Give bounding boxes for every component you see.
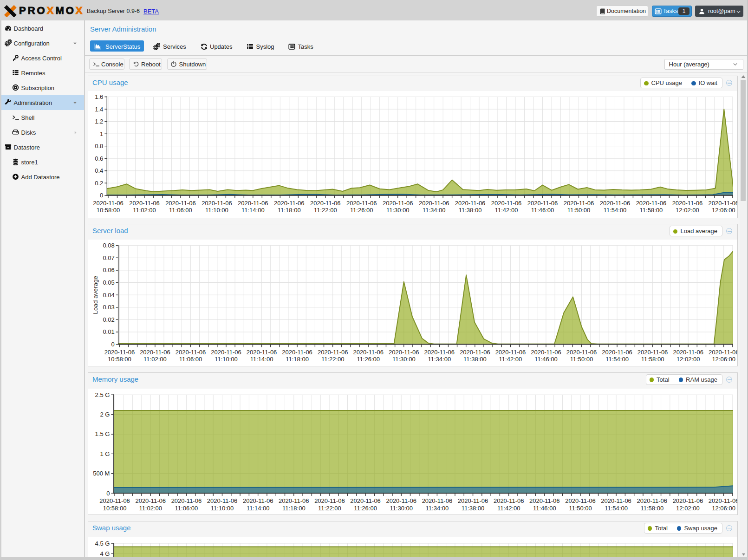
svg-text:11:02:00: 11:02:00 xyxy=(143,356,167,363)
svg-text:2020-11-06: 2020-11-06 xyxy=(353,349,384,356)
svg-text:2020-11-06: 2020-11-06 xyxy=(238,199,268,206)
svg-text:0.06: 0.06 xyxy=(103,267,114,273)
svg-text:11:14:00: 11:14:00 xyxy=(241,207,265,214)
svg-text:2020-11-06: 2020-11-06 xyxy=(495,349,526,356)
svg-text:0.2: 0.2 xyxy=(95,179,103,186)
svg-text:2020-11-06: 2020-11-06 xyxy=(243,497,273,504)
svg-text:0.07: 0.07 xyxy=(103,254,114,261)
svg-text:11:46:00: 11:46:00 xyxy=(534,356,558,363)
svg-text:2020-11-06: 2020-11-06 xyxy=(104,349,135,356)
svg-text:11:58:00: 11:58:00 xyxy=(641,356,664,363)
svg-text:2020-11-06: 2020-11-06 xyxy=(709,349,737,356)
svg-text:11:38:00: 11:38:00 xyxy=(462,504,485,511)
svg-text:11:26:00: 11:26:00 xyxy=(354,504,377,511)
svg-text:2020-11-06: 2020-11-06 xyxy=(389,349,419,356)
svg-text:2020-11-06: 2020-11-06 xyxy=(422,497,453,504)
svg-text:2020-11-06: 2020-11-06 xyxy=(135,497,166,504)
svg-text:2020-11-06: 2020-11-06 xyxy=(564,199,594,206)
svg-text:2020-11-06: 2020-11-06 xyxy=(494,497,524,504)
svg-text:2020-11-06: 2020-11-06 xyxy=(318,349,348,356)
svg-text:2020-11-06: 2020-11-06 xyxy=(527,199,558,206)
svg-text:2020-11-06: 2020-11-06 xyxy=(346,199,377,206)
svg-text:11:30:00: 11:30:00 xyxy=(392,356,416,363)
svg-text:2020-11-06: 2020-11-06 xyxy=(602,349,632,356)
svg-text:Load average: Load average xyxy=(92,276,99,314)
svg-text:11:34:00: 11:34:00 xyxy=(426,504,449,511)
svg-text:0: 0 xyxy=(106,489,110,496)
svg-text:2020-11-06: 2020-11-06 xyxy=(314,497,345,504)
svg-text:11:38:00: 11:38:00 xyxy=(459,207,482,214)
svg-text:500 M: 500 M xyxy=(93,470,110,477)
svg-text:11:42:00: 11:42:00 xyxy=(499,356,522,363)
svg-text:1.6: 1.6 xyxy=(95,93,103,100)
svg-text:1.5 G: 1.5 G xyxy=(95,430,110,437)
svg-text:10:58:00: 10:58:00 xyxy=(108,356,131,363)
svg-text:11:18:00: 11:18:00 xyxy=(286,356,309,363)
svg-text:11:46:00: 11:46:00 xyxy=(533,504,556,511)
svg-text:2020-11-06: 2020-11-06 xyxy=(171,497,202,504)
svg-text:2020-11-06: 2020-11-06 xyxy=(601,497,631,504)
svg-text:2020-11-06: 2020-11-06 xyxy=(247,349,277,356)
svg-text:2020-11-06: 2020-11-06 xyxy=(99,497,130,504)
svg-text:12:02:00: 12:02:00 xyxy=(676,207,699,214)
svg-text:11:18:00: 11:18:00 xyxy=(278,207,301,214)
svg-text:2020-11-06: 2020-11-06 xyxy=(566,349,597,356)
svg-text:2020-11-06: 2020-11-06 xyxy=(600,199,631,206)
svg-text:4 G: 4 G xyxy=(100,550,110,557)
svg-text:2020-11-06: 2020-11-06 xyxy=(419,199,449,206)
svg-text:2020-11-06: 2020-11-06 xyxy=(673,497,703,504)
svg-text:2020-11-06: 2020-11-06 xyxy=(637,497,668,504)
svg-text:0.04: 0.04 xyxy=(103,292,114,299)
svg-text:2020-11-06: 2020-11-06 xyxy=(279,497,309,504)
svg-text:11:30:00: 11:30:00 xyxy=(386,207,410,214)
svg-text:2 G: 2 G xyxy=(100,411,110,418)
svg-text:2020-11-06: 2020-11-06 xyxy=(129,199,160,206)
svg-text:12:02:00: 12:02:00 xyxy=(676,504,700,511)
svg-text:11:54:00: 11:54:00 xyxy=(605,504,628,511)
svg-text:2020-11-06: 2020-11-06 xyxy=(386,497,416,504)
svg-text:4.5 G: 4.5 G xyxy=(95,540,110,547)
svg-text:1.4: 1.4 xyxy=(95,105,103,112)
svg-text:11:58:00: 11:58:00 xyxy=(640,207,663,214)
svg-text:2020-11-06: 2020-11-06 xyxy=(636,199,667,206)
svg-text:11:14:00: 11:14:00 xyxy=(247,504,270,511)
svg-text:0.01: 0.01 xyxy=(103,328,114,335)
svg-text:0.08: 0.08 xyxy=(103,242,114,249)
svg-text:11:26:00: 11:26:00 xyxy=(350,207,373,214)
svg-text:11:34:00: 11:34:00 xyxy=(423,207,446,214)
svg-text:2020-11-06: 2020-11-06 xyxy=(672,199,703,206)
svg-text:1: 1 xyxy=(100,130,103,137)
svg-text:2020-11-06: 2020-11-06 xyxy=(529,497,560,504)
svg-text:11:06:00: 11:06:00 xyxy=(169,207,192,214)
svg-text:2020-11-06: 2020-11-06 xyxy=(274,199,305,206)
svg-text:2020-11-06: 2020-11-06 xyxy=(93,199,124,206)
svg-text:11:30:00: 11:30:00 xyxy=(390,504,413,511)
svg-text:2020-11-06: 2020-11-06 xyxy=(165,199,196,206)
svg-text:0: 0 xyxy=(111,341,114,348)
svg-text:0.4: 0.4 xyxy=(95,167,103,174)
svg-text:11:46:00: 11:46:00 xyxy=(531,207,554,214)
svg-text:11:22:00: 11:22:00 xyxy=(318,504,341,511)
svg-text:12:06:00: 12:06:00 xyxy=(712,356,735,363)
svg-text:11:22:00: 11:22:00 xyxy=(321,356,345,363)
svg-text:0: 0 xyxy=(100,192,103,199)
svg-text:12:02:00: 12:02:00 xyxy=(676,356,700,363)
svg-text:11:14:00: 11:14:00 xyxy=(250,356,273,363)
svg-text:2020-11-06: 2020-11-06 xyxy=(458,497,488,504)
svg-text:11:50:00: 11:50:00 xyxy=(569,504,592,511)
svg-text:11:50:00: 11:50:00 xyxy=(570,356,593,363)
svg-text:11:50:00: 11:50:00 xyxy=(567,207,591,214)
svg-text:0.03: 0.03 xyxy=(103,304,114,311)
svg-text:11:54:00: 11:54:00 xyxy=(604,207,627,214)
svg-text:11:06:00: 11:06:00 xyxy=(175,504,198,511)
svg-text:1.2: 1.2 xyxy=(95,118,103,125)
svg-text:10:58:00: 10:58:00 xyxy=(97,207,120,214)
svg-text:2020-11-06: 2020-11-06 xyxy=(424,349,455,356)
svg-text:2020-11-06: 2020-11-06 xyxy=(455,199,486,206)
svg-text:0.6: 0.6 xyxy=(95,155,103,162)
svg-text:11:58:00: 11:58:00 xyxy=(640,504,663,511)
svg-text:2020-11-06: 2020-11-06 xyxy=(709,199,737,206)
svg-text:11:54:00: 11:54:00 xyxy=(605,356,629,363)
svg-text:12:06:00: 12:06:00 xyxy=(712,504,735,511)
svg-text:2020-11-06: 2020-11-06 xyxy=(202,199,232,206)
